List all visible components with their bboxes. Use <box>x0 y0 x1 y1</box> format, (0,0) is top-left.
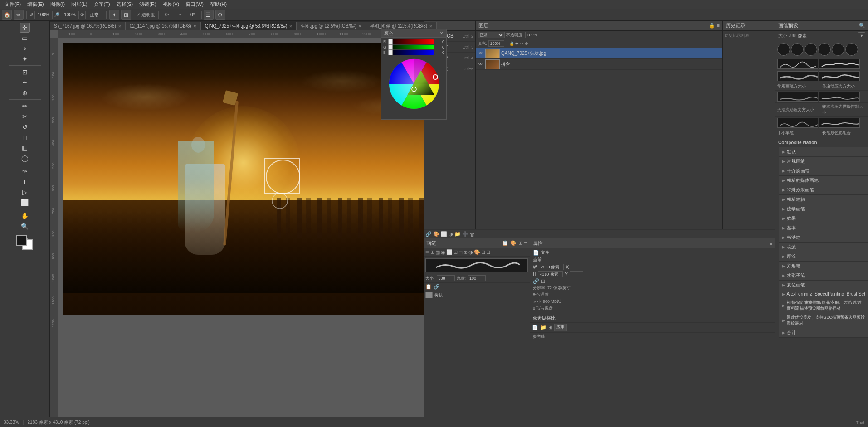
properties-menu[interactable]: ≡ <box>770 241 772 246</box>
brush-tool-icon-1[interactable]: ✏ <box>425 249 429 255</box>
search-icon[interactable]: 🔍 <box>859 23 865 29</box>
tab-0-close[interactable]: ✕ <box>118 24 122 29</box>
brushes-icon-4[interactable]: ≡ <box>524 240 527 246</box>
flow-input[interactable] <box>468 275 486 281</box>
r-slider[interactable] <box>388 39 434 44</box>
brushes-icon-2[interactable]: 🎨 <box>510 240 517 246</box>
layer-item-2[interactable]: 👁 拼合 <box>476 59 722 70</box>
y-input[interactable] <box>570 271 583 277</box>
x-input[interactable] <box>571 264 584 270</box>
brush-swatch-5[interactable] <box>832 43 844 56</box>
brush-preview-special-1[interactable] <box>777 118 818 128</box>
brush-tool-icon-12[interactable]: ⊡ <box>486 249 490 255</box>
history-brush-tool[interactable]: ↺ <box>20 122 30 132</box>
section-texture2[interactable]: ▶ 因此优设美发、支柱GBC描顶预备边网预设图纹最材 <box>779 313 868 328</box>
brush-tool-icon-3[interactable]: ▨ <box>435 249 440 255</box>
section-restore[interactable]: ▶ 复位画笔 <box>779 281 868 290</box>
dodge-tool[interactable]: ◯ <box>20 153 30 163</box>
brush-tool-icon-10[interactable]: 🎨 <box>474 249 480 255</box>
brushes-icon-3[interactable]: ⊞ <box>518 240 522 246</box>
opacity-field[interactable] <box>525 32 541 38</box>
history-menu[interactable]: ≡ <box>770 23 772 29</box>
b-slider[interactable] <box>388 50 434 55</box>
prop-doc-icon[interactable]: 📄 <box>532 325 538 330</box>
brush-flow-input[interactable] <box>184 11 202 19</box>
brush-extra-1[interactable]: 📋 <box>425 284 432 290</box>
tab-4-close[interactable]: ✕ <box>429 24 433 29</box>
zoom-input[interactable] <box>61 11 79 19</box>
angle-input[interactable] <box>85 11 103 19</box>
brush-tool-icon-7[interactable]: ◻ <box>458 249 463 255</box>
brush-list-scroll[interactable]: 常规画笔方大小 传递动压力方大小 无法流动压力方大小 转移流压力描绘控制大小 <box>775 58 868 400</box>
width-input[interactable] <box>539 264 564 270</box>
path-select-tool[interactable]: ▷ <box>20 187 30 197</box>
extra-btn[interactable]: ☰ <box>204 10 214 20</box>
tab-3[interactable]: 生图.jpg @ 12.5%(RGB/8#) ✕ <box>297 22 366 30</box>
brush-preview-regular-1[interactable] <box>777 59 818 69</box>
section-flow[interactable]: ▶ 流动画笔 <box>779 204 868 214</box>
brush-preview-flow-1[interactable] <box>777 92 818 102</box>
menu-layer[interactable]: 图层(L) <box>68 0 90 9</box>
symmetry-button[interactable]: ✦ <box>109 10 119 20</box>
brush-tool-button[interactable]: ✏ <box>14 10 24 20</box>
section-rough[interactable]: ▶ 粗糙的媒体画笔 <box>779 176 868 185</box>
height-input[interactable] <box>538 271 563 277</box>
brush-tool-icon-6[interactable]: ⊡ <box>454 249 458 255</box>
size-expand-btn[interactable]: ▼ <box>858 32 865 39</box>
brush-extra-2[interactable]: 🔗 <box>434 284 440 290</box>
menu-image[interactable]: 图像(I) <box>48 0 68 9</box>
section-rough-stroke[interactable]: ▶ 粗糙笔触 <box>779 195 868 204</box>
menu-filter[interactable]: 滤镜(R) <box>137 0 159 9</box>
brush-tool-icon-4[interactable]: ◉ <box>441 249 445 255</box>
type-tool[interactable]: T <box>20 177 30 187</box>
menu-file[interactable]: 文件(F) <box>2 0 24 9</box>
menu-type[interactable]: 文字(T) <box>91 0 113 9</box>
brush-preview-special-2[interactable] <box>819 118 860 128</box>
prop-grid-icon[interactable]: ⊞ <box>548 325 552 330</box>
brush-swatch-2[interactable] <box>791 43 804 56</box>
section-splatter[interactable]: ▶ 喷溅 <box>779 243 868 252</box>
file-icon[interactable]: 📄 <box>533 250 539 256</box>
color-wheel-visual[interactable] <box>383 57 444 111</box>
brush-tool[interactable]: ✏ <box>20 101 30 111</box>
section-effects[interactable]: ▶ 效果 <box>779 214 868 223</box>
blend-mode-select[interactable]: 正常 <box>478 32 505 38</box>
tab-2-close[interactable]: ✕ <box>289 24 293 29</box>
clone-tool[interactable]: ✂ <box>20 112 30 121</box>
menu-help[interactable]: 帮助(H) <box>207 0 229 9</box>
section-brush-normal[interactable]: ▶ 常规画笔 <box>779 157 868 166</box>
brush-swatch-3[interactable] <box>805 43 817 56</box>
eye-layer-1[interactable]: 👁 <box>478 51 484 56</box>
pen-tool[interactable]: ✑ <box>20 166 30 176</box>
brush-preview-flow-2[interactable] <box>819 92 860 102</box>
lasso-tool[interactable]: ⌖ <box>20 44 30 53</box>
section-special[interactable]: ▶ 特殊效果画笔 <box>779 185 868 195</box>
eye-layer-2[interactable]: 👁 <box>478 62 484 67</box>
tab-1-close[interactable]: ✕ <box>193 24 197 29</box>
section-calligraphy[interactable]: ▶ 书法笔 <box>779 233 868 243</box>
section-basic[interactable]: ▶ 基本 <box>779 223 868 233</box>
channels-menu[interactable]: ≡ <box>470 23 473 29</box>
brush-swatch-6[interactable] <box>845 43 858 56</box>
brush-tool-icon-9[interactable]: ◑ <box>468 249 473 255</box>
move-tool[interactable]: ✛ <box>20 23 30 33</box>
section-square[interactable]: ▶ 方形笔 <box>779 262 868 271</box>
eyedropper-tool[interactable]: ✒ <box>20 78 30 87</box>
rotation-input[interactable] <box>34 11 53 19</box>
brush-tool-icon-5[interactable]: ⬜ <box>446 249 453 255</box>
magic-wand-tool[interactable]: ✦ <box>20 54 30 64</box>
align-button[interactable]: ⊞ <box>121 10 131 20</box>
heal-tool[interactable]: ⊕ <box>20 88 30 98</box>
brushes-icon-1[interactable]: 📋 <box>502 240 508 246</box>
menu-view[interactable]: 视图(V) <box>160 0 182 9</box>
home-button[interactable]: 🏠 <box>2 10 12 20</box>
resize-icon-1[interactable]: 🔗 <box>533 278 539 284</box>
eraser-tool[interactable]: ◻ <box>20 132 30 142</box>
shape-tool[interactable]: ⬜ <box>20 198 30 208</box>
brush-preview-regular-2[interactable] <box>819 59 860 69</box>
brush-preview-medium-1[interactable] <box>777 71 818 81</box>
active-brush-preview[interactable] <box>425 258 528 272</box>
gradient-tool[interactable]: ▦ <box>20 143 30 153</box>
tab-2[interactable]: QINQ_7925+生图.jpg @ 53.6%(RGB/8#) ✕ <box>201 22 297 30</box>
fill-field[interactable] <box>488 40 504 47</box>
